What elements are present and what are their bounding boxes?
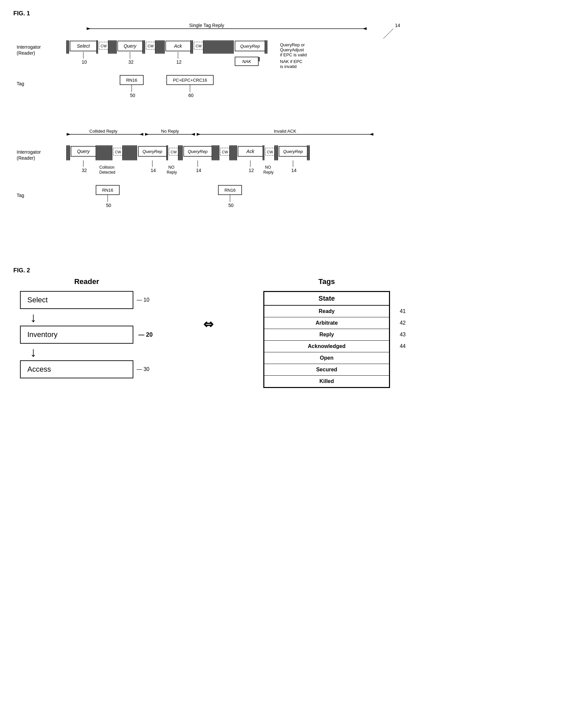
svg-text:QueryRep: QueryRep (283, 149, 303, 154)
svg-marker-1 (87, 27, 91, 30)
select-ref: — 10 (137, 297, 149, 303)
svg-text:14: 14 (196, 168, 201, 173)
select-box: Select (20, 291, 133, 309)
inventory-box: Inventory (20, 326, 133, 344)
svg-text:60: 60 (188, 93, 194, 98)
tags-ref-ready: 41 (400, 308, 406, 314)
tags-row-arbitrate: Arbitrate 42 (264, 317, 389, 329)
svg-text:32: 32 (128, 59, 134, 65)
svg-text:Reply: Reply (263, 170, 274, 175)
svg-text:Single Tag Reply: Single Tag Reply (189, 23, 224, 28)
svg-text:CW: CW (267, 150, 273, 154)
access-row: Access — 30 (20, 360, 149, 378)
svg-text:is invalid: is invalid (280, 64, 297, 69)
svg-text:Collided Reply: Collided Reply (89, 129, 117, 134)
svg-text:Invalid ACK: Invalid ACK (274, 129, 296, 134)
svg-text:Query: Query (77, 149, 90, 154)
svg-text:50: 50 (130, 93, 135, 98)
svg-text:Tag: Tag (17, 193, 24, 198)
fig2-container: FIG. 2 Reader Select — 10 ↓ Inventory — … (13, 267, 549, 388)
svg-text:Select: Select (77, 43, 90, 49)
svg-text:No Reply: No Reply (161, 129, 179, 134)
svg-text:50: 50 (228, 203, 234, 208)
svg-text:QueryRep: QueryRep (240, 44, 260, 49)
tags-ref-reply: 43 (400, 332, 406, 338)
tags-cell-secured: Secured (264, 364, 389, 375)
svg-text:Ack: Ack (246, 149, 254, 154)
svg-marker-120 (369, 133, 373, 136)
svg-text:Interrogator: Interrogator (17, 44, 41, 50)
svg-text:Detected: Detected (99, 170, 115, 175)
svg-text:Ack: Ack (174, 43, 182, 49)
tags-cell-acknowledged: Acknowledged (264, 341, 389, 352)
svg-marker-116 (191, 133, 195, 136)
inventory-ref: — 20 (138, 331, 153, 338)
svg-text:if EPC is valid: if EPC is valid (280, 52, 307, 57)
tags-cell-killed: Killed (264, 376, 389, 387)
tags-row-ready: Ready 41 (264, 306, 389, 317)
svg-text:Query: Query (124, 43, 137, 49)
svg-text:QueryRep: QueryRep (142, 149, 162, 154)
access-ref: — 30 (137, 366, 149, 372)
svg-text:14: 14 (395, 23, 400, 28)
svg-line-5 (383, 29, 393, 39)
tags-row-reply: Reply 43 (264, 329, 389, 341)
svg-text:RN16: RN16 (126, 78, 137, 83)
tags-section: Tags State Ready 41 Arbitrate 42 Reply 4… (263, 277, 390, 388)
svg-text:QueryRep: QueryRep (188, 149, 207, 154)
down-arrow-2: ↓ (30, 345, 37, 359)
tags-cell-reply: Reply (264, 329, 389, 340)
svg-text:NAK: NAK (242, 59, 252, 64)
svg-text:12: 12 (249, 168, 254, 173)
tags-title: Tags (263, 277, 390, 286)
svg-text:RN16: RN16 (102, 188, 113, 193)
tags-cell-ready: Ready (264, 306, 389, 317)
svg-marker-111 (67, 133, 71, 136)
tags-row-acknowledged: Acknowledged 44 (264, 341, 389, 352)
top-timing-diagram: Single Tag Reply 14 Interrogator (Reader… (13, 20, 540, 127)
svg-marker-112 (139, 133, 143, 136)
svg-text:QueryAdjust: QueryAdjust (280, 47, 304, 52)
svg-marker-115 (145, 133, 149, 136)
access-box: Access (20, 360, 133, 378)
fig2-content: Reader Select — 10 ↓ Inventory — 20 ↓ Ac… (13, 277, 549, 388)
svg-text:CW: CW (115, 150, 121, 154)
inventory-row: Inventory — 20 (20, 326, 153, 344)
tags-cell-open: Open (264, 352, 389, 364)
svg-text:50: 50 (106, 203, 111, 208)
down-arrow-1: ↓ (30, 311, 37, 324)
svg-text:(Reader): (Reader) (17, 155, 35, 161)
fig1-label: FIG. 1 (13, 10, 549, 17)
reader-title: Reader (20, 277, 153, 286)
svg-text:NO: NO (168, 165, 174, 170)
svg-text:Reply: Reply (167, 170, 177, 175)
exchange-arrow: ⇔ (203, 317, 213, 331)
svg-text:32: 32 (82, 168, 87, 173)
tags-row-open: Open (264, 352, 389, 364)
tags-row-killed: Killed (264, 376, 389, 387)
fig2-label: FIG. 2 (13, 267, 549, 274)
tags-state-header: State (264, 292, 389, 306)
svg-text:Interrogator: Interrogator (17, 149, 41, 155)
svg-text:Collision: Collision (99, 165, 114, 170)
svg-text:Tag: Tag (17, 81, 24, 86)
svg-text:CW: CW (222, 150, 228, 154)
svg-text:12: 12 (176, 59, 182, 65)
svg-marker-2 (363, 27, 367, 30)
svg-text:14: 14 (151, 168, 156, 173)
svg-text:14: 14 (291, 168, 297, 173)
svg-text:CW: CW (148, 44, 154, 48)
select-row: Select — 10 (20, 291, 149, 309)
svg-text:QueryRep or: QueryRep or (280, 42, 305, 47)
svg-text:NAK if EPC: NAK if EPC (280, 59, 302, 64)
svg-text:10: 10 (82, 59, 87, 65)
tags-row-secured: Secured (264, 364, 389, 376)
svg-text:PC+EPC+CRC16: PC+EPC+CRC16 (173, 78, 207, 83)
tags-cell-arbitrate: Arbitrate (264, 317, 389, 329)
tags-ref-arbitrate: 42 (400, 320, 406, 326)
svg-marker-119 (197, 133, 201, 136)
svg-text:CW: CW (196, 44, 202, 48)
bottom-timing-diagram: Collided Reply No Reply Invalid ACK Inte… (13, 127, 540, 254)
svg-text:(Reader): (Reader) (17, 50, 35, 56)
reader-section: Reader Select — 10 ↓ Inventory — 20 ↓ Ac… (20, 277, 153, 378)
